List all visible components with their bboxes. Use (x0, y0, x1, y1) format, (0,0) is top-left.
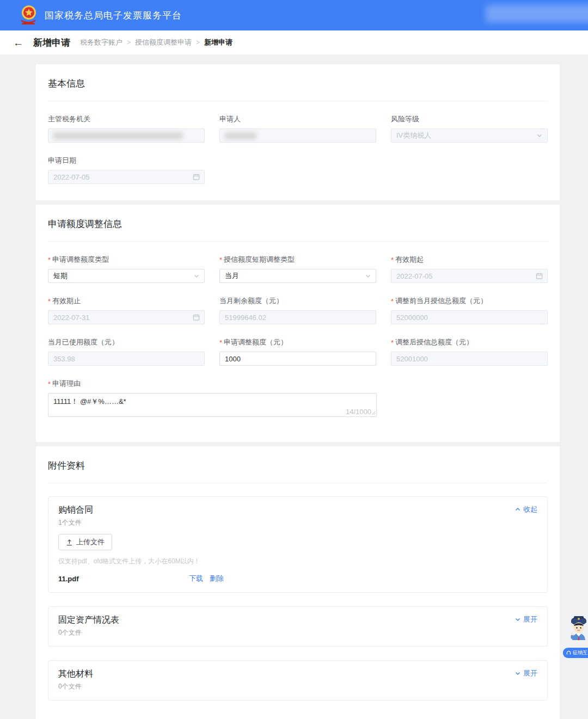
month-remaining-input: 51999646.02 (219, 310, 376, 324)
breadcrumb-separator: > (127, 39, 131, 46)
breadcrumb-bar: ← 新增申请 税务数字账户 > 授信额度调整申请 > 新增申请 (0, 30, 588, 54)
reason-textarea[interactable]: 11111！ @#￥%……&* (48, 393, 377, 417)
field-before-total: *调整前当月授信总额度（元） 52000000 (391, 296, 548, 324)
chevron-down-icon (514, 616, 521, 623)
field-reason: *申请理由 11111！ @#￥%……&* 14/1000 (48, 379, 548, 442)
chevron-up-icon (514, 506, 521, 513)
after-total-input: 52001000 (391, 352, 548, 366)
uploaded-file-row: 11.pdf 下载 删除 (58, 574, 537, 583)
breadcrumb: 税务数字账户 > 授信额度调整申请 > 新增申请 (80, 38, 232, 47)
valid-from-input: 2022-07-05 (391, 269, 548, 283)
attachments-section: 附件资料 购销合同 收起 1个文件 上传文件 仅支持pdf、ofd格式文件上传，… (36, 446, 560, 719)
file-name: 11.pdf (58, 575, 189, 583)
char-counter: 14/1000 (346, 408, 371, 416)
attachment-group-title: 购销合同 (58, 505, 93, 516)
chevron-down-icon (514, 670, 521, 677)
headset-icon (566, 650, 571, 655)
field-apply-date: 申请日期 2022-07-05 (48, 156, 205, 184)
upload-file-button[interactable]: 上传文件 (58, 534, 112, 550)
quota-adjust-section: 申请额度调整信息 *申请调整额度类型 短期 *授信额度短期调整类型 当月 *有效… (36, 205, 560, 442)
divider (48, 241, 548, 242)
tax-authority-input (48, 128, 205, 143)
app-logo-emblem-icon (17, 3, 39, 27)
interaction-badge: 征纳互动 (563, 648, 588, 658)
attachment-group-fixed-assets: 固定资产情况表 展开 0个文件 (48, 606, 548, 647)
app-header: 国家税务总局电子发票服务平台 (0, 0, 588, 30)
short-adjust-type-select[interactable]: 当月 (219, 269, 376, 283)
tax-officer-mascot-icon (567, 614, 588, 647)
expand-link[interactable]: 展开 (514, 614, 537, 624)
divider (48, 101, 548, 101)
file-count: 0个文件 (58, 682, 537, 691)
field-tax-authority: 主管税务机关 (48, 114, 205, 143)
basic-info-section: 基本信息 主管税务机关 申请人 风险等级 IV类纳税人 申请日期 (36, 64, 560, 200)
upload-hint: 仅支持pdf、ofd格式文件上传，大小在60M以内！ (58, 557, 537, 566)
field-short-adjust-type: *授信额度短期调整类型 当月 (219, 255, 376, 283)
field-adjust-amount: *申请调整额度（元） (219, 337, 376, 366)
section-title-basic-info: 基本信息 (48, 64, 548, 101)
field-applicant: 申请人 (219, 114, 376, 143)
calendar-icon (536, 273, 543, 280)
month-used-input: 353.98 (48, 352, 205, 366)
user-info-redacted (486, 5, 588, 22)
chevron-down-icon (365, 273, 371, 279)
apply-date-input: 2022-07-05 (48, 170, 205, 184)
file-count: 0个文件 (58, 628, 537, 637)
field-valid-to: *有效期止 2022-07-31 (48, 296, 205, 324)
breadcrumb-separator: > (196, 39, 200, 46)
attachment-group-title: 其他材料 (58, 668, 93, 680)
upload-icon (66, 539, 73, 546)
calendar-icon (193, 174, 200, 181)
risk-level-select: IV类纳税人 (391, 128, 548, 143)
expand-link[interactable]: 展开 (514, 668, 537, 678)
divider (48, 483, 548, 483)
applicant-input (219, 128, 376, 143)
field-month-remaining: 当月剩余额度（元） 51999646.02 (219, 296, 376, 324)
file-count: 1个文件 (58, 518, 537, 527)
back-arrow-icon[interactable]: ← (13, 38, 23, 48)
section-title-attachments: 附件资料 (48, 446, 548, 483)
field-adjust-type: *申请调整额度类型 短期 (48, 255, 205, 283)
calendar-icon (193, 314, 200, 321)
breadcrumb-item-credit-adjust[interactable]: 授信额度调整申请 (135, 38, 192, 47)
attachment-group-title: 固定资产情况表 (58, 614, 119, 626)
section-title-quota: 申请额度调整信息 (48, 205, 548, 241)
download-link[interactable]: 下载 (189, 574, 203, 583)
field-month-used: 当月已使用额度（元） 353.98 (48, 337, 205, 366)
field-risk-level: 风险等级 IV类纳税人 (391, 114, 548, 143)
attachment-group-other: 其他材料 展开 0个文件 (48, 660, 548, 700)
field-after-total: *调整后授信总额度（元） 52001000 (391, 337, 548, 366)
app-title: 国家税务总局电子发票服务平台 (45, 9, 182, 22)
redacted-value (225, 132, 256, 139)
adjust-type-select[interactable]: 短期 (48, 269, 205, 283)
attachment-group-purchase-contract: 购销合同 收起 1个文件 上传文件 仅支持pdf、ofd格式文件上传，大小在60… (48, 496, 548, 593)
page-title: 新增申请 (33, 36, 70, 49)
before-total-input: 52000000 (391, 310, 548, 324)
breadcrumb-item-digital-account[interactable]: 税务数字账户 (80, 38, 122, 47)
interaction-assistant[interactable]: 征纳互动 (563, 614, 588, 658)
valid-to-input: 2022-07-31 (48, 310, 205, 324)
collapse-link[interactable]: 收起 (514, 505, 537, 514)
redacted-value (53, 132, 183, 139)
delete-link[interactable]: 删除 (210, 574, 224, 583)
chevron-down-icon (536, 132, 543, 139)
chevron-down-icon (193, 273, 200, 279)
resize-handle-icon[interactable] (371, 408, 376, 417)
field-valid-from: *有效期起 2022-07-05 (391, 255, 548, 283)
adjust-amount-input[interactable] (219, 352, 376, 366)
breadcrumb-item-current: 新增申请 (204, 38, 232, 47)
